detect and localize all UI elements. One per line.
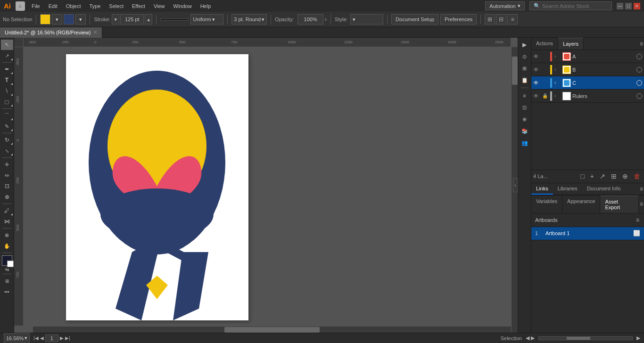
horizontal-scroll-bar[interactable]: [538, 336, 633, 340]
layer-a-lock[interactable]: 🔒: [542, 54, 549, 59]
layer-c-visibility[interactable]: 👁: [533, 80, 541, 86]
pathfinder-btn[interactable]: ⊕: [520, 114, 530, 124]
warp-tool[interactable]: ✛: [1, 159, 13, 170]
fill-dropdown[interactable]: ▾: [52, 14, 62, 24]
menu-view[interactable]: View: [150, 2, 169, 10]
asset-export-menu[interactable]: ≡: [639, 196, 644, 213]
layer-c-expand[interactable]: ›: [554, 80, 561, 85]
appearance-tab[interactable]: Appearance: [562, 196, 600, 213]
delete-layer-btn[interactable]: 🗑: [632, 172, 642, 181]
document-tab[interactable]: Untitled-2* @ 16.56% (RGB/Preview) ✕: [0, 27, 102, 38]
workspace-selector[interactable]: Automation ▾: [485, 1, 525, 10]
align-btn[interactable]: ≡: [520, 90, 530, 101]
canvas-nav-arrows[interactable]: ◀ ▶: [526, 335, 535, 341]
more-tools-btn[interactable]: •••: [1, 286, 13, 297]
layer-item-rulers[interactable]: 👁 🔒 › Rulers: [531, 90, 644, 103]
pen-tool[interactable]: ✒: [1, 64, 13, 74]
foreground-color[interactable]: [2, 255, 12, 266]
create-new-sublayer-btn[interactable]: +: [588, 172, 596, 181]
layer-c-lock[interactable]: 🔒: [542, 80, 549, 85]
shape-builder-tool[interactable]: ⊕: [1, 192, 13, 202]
shape-tool[interactable]: □: [1, 97, 13, 107]
first-artboard-btn[interactable]: |◀: [33, 335, 39, 341]
libraries-btn[interactable]: 📚: [520, 126, 530, 136]
stroke-color[interactable]: [64, 14, 74, 24]
menu-edit[interactable]: Edit: [45, 2, 61, 10]
layer-a-visibility[interactable]: 👁: [533, 53, 541, 60]
panel-menu-btn[interactable]: ≡: [507, 14, 518, 24]
libraries-tab[interactable]: Libraries: [553, 183, 582, 195]
layer-b-lock[interactable]: 🔒: [542, 67, 549, 72]
menu-window[interactable]: Window: [170, 2, 196, 10]
swap-colors-icon[interactable]: ⇆: [5, 267, 9, 272]
layer-b-visibility[interactable]: 👁: [533, 66, 541, 73]
arrange-rows-btn[interactable]: ⊟: [496, 14, 506, 24]
cc-libraries-btn[interactable]: 👥: [520, 138, 530, 148]
direct-selection-tool[interactable]: ↗: [1, 50, 13, 61]
fill-color[interactable]: [40, 14, 50, 24]
menu-object[interactable]: Object: [62, 2, 85, 10]
scale-tool[interactable]: ⤡: [1, 146, 13, 156]
horizontal-scrollbar[interactable]: [33, 326, 511, 333]
artboard-number-input[interactable]: [45, 335, 58, 342]
layer-a-expand[interactable]: ›: [554, 54, 561, 59]
artboard-item-1[interactable]: 1 Artboard 1 ⬜: [531, 227, 644, 240]
stroke-type-dropdown[interactable]: Uniform ▾: [190, 14, 223, 24]
artboards-options-btn[interactable]: ≡: [635, 216, 640, 224]
layer-rulers-expand[interactable]: ›: [554, 93, 561, 98]
transform-btn[interactable]: ⊡: [520, 102, 530, 113]
image-trace-btn[interactable]: ⊙: [520, 51, 530, 62]
properties-btn[interactable]: 📋: [520, 75, 530, 85]
layer-c-select-circle[interactable]: [636, 80, 642, 86]
layer-rulers-select-circle[interactable]: [636, 93, 642, 99]
actions-icon-btn[interactable]: ▶: [520, 40, 530, 50]
scroll-bar-thumb[interactable]: [567, 337, 590, 340]
zoom-dropdown[interactable]: 16.56% ▾: [4, 333, 30, 343]
pencil-tool[interactable]: ✎: [1, 121, 13, 131]
artboard-navigation-tool[interactable]: ⊞: [1, 276, 13, 286]
vertical-scroll-thumb[interactable]: [512, 57, 518, 85]
merge-selected-btn[interactable]: ⊞: [609, 172, 619, 181]
blend-tool[interactable]: ⋈: [1, 216, 13, 227]
layer-item-b[interactable]: 👁 🔒 › B: [531, 63, 644, 76]
next-artboard-btn[interactable]: ▶: [60, 335, 64, 341]
line-tool[interactable]: \: [1, 86, 13, 96]
last-artboard-btn[interactable]: ▶|: [65, 335, 70, 341]
opacity-expand[interactable]: ›: [325, 16, 327, 23]
links-panel-menu[interactable]: ≡: [639, 183, 644, 195]
layer-rulers-lock[interactable]: 🔒: [542, 93, 549, 98]
variables-tab[interactable]: Variables: [531, 196, 562, 213]
style-dropdown[interactable]: ▾: [350, 14, 383, 24]
document-tab-close[interactable]: ✕: [93, 30, 97, 35]
type-tool[interactable]: T: [1, 75, 13, 85]
layer-rulers-visibility[interactable]: 👁: [533, 93, 541, 99]
menu-file[interactable]: File: [28, 2, 44, 10]
close-button[interactable]: ✕: [634, 3, 640, 9]
menu-help[interactable]: Help: [197, 2, 215, 10]
stroke-increment[interactable]: ▲: [145, 14, 152, 24]
layers-tab[interactable]: Layers: [558, 38, 584, 49]
menu-select[interactable]: Select: [105, 2, 127, 10]
arrange-columns-btn[interactable]: ⊞: [485, 14, 495, 24]
stroke-decrement[interactable]: ▼: [112, 14, 119, 24]
new-layer-from-selection-btn[interactable]: □: [578, 172, 586, 181]
preferences-button[interactable]: Preferences: [440, 14, 477, 24]
search-input[interactable]: [542, 3, 608, 9]
svg-interactivity-btn[interactable]: ⊞: [520, 63, 530, 74]
document-canvas[interactable]: [24, 47, 518, 333]
maximize-button[interactable]: □: [625, 3, 632, 9]
actions-tab[interactable]: Actions: [531, 38, 558, 49]
layer-item-a[interactable]: 👁 🔒 › A: [531, 50, 644, 63]
layers-panel-menu[interactable]: ≡: [639, 38, 644, 49]
artboard-1-export-icon[interactable]: ⬜: [633, 230, 640, 237]
rotate-tool[interactable]: ↻: [1, 135, 13, 145]
opacity-input[interactable]: [297, 14, 323, 24]
selection-tool[interactable]: ↖: [1, 40, 13, 50]
duplicate-layer-btn[interactable]: ⊕: [620, 172, 630, 181]
minimize-button[interactable]: —: [617, 3, 623, 9]
paintbrush-tool[interactable]: ⌒: [1, 110, 13, 121]
stroke-value-input[interactable]: [120, 14, 144, 24]
free-transform-tool[interactable]: ⊡: [1, 181, 13, 191]
menu-type[interactable]: Type: [86, 2, 105, 10]
stroke-dropdown[interactable]: ▾: [75, 14, 86, 24]
